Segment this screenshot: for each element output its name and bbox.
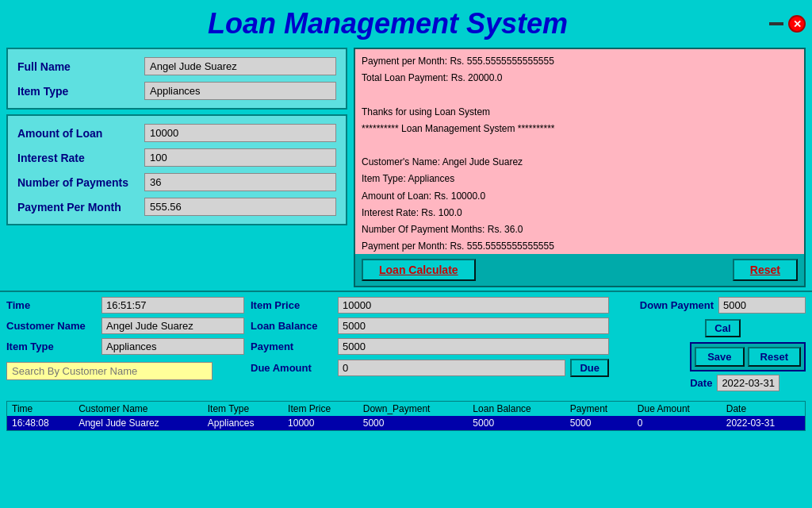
action-button-row: Loan Calculate Reset xyxy=(355,254,804,286)
table-cell: 10000 xyxy=(283,416,358,430)
table-header-cell: Loan Balance xyxy=(468,402,565,416)
data-table: TimeCustomer NameItem TypeItem PriceDown… xyxy=(7,402,805,430)
due-amount-row: Due Amount Due xyxy=(251,359,609,377)
due-button[interactable]: Due xyxy=(570,359,609,377)
amount-input[interactable] xyxy=(144,124,336,142)
reset-bottom-button[interactable]: Reset xyxy=(748,347,801,367)
search-input[interactable] xyxy=(6,362,213,380)
save-reset-group: Save Reset xyxy=(690,342,806,371)
item-type-label: Item Type xyxy=(17,85,144,98)
time-row: Time xyxy=(6,297,244,314)
table-header-row: TimeCustomer NameItem TypeItem PriceDown… xyxy=(7,402,805,416)
save-button[interactable]: Save xyxy=(695,347,744,367)
close-button[interactable]: ✕ xyxy=(788,15,806,33)
main-content: Full Name Item Type Amount of Loan Inter… xyxy=(0,44,812,291)
table-cell: 0 xyxy=(633,416,722,430)
table-header-cell: Down_Payment xyxy=(358,402,469,416)
table-cell: 5000 xyxy=(358,416,469,430)
search-row xyxy=(6,359,244,380)
bottom-section: Time Customer Name Item Type Item Price xyxy=(0,291,812,401)
loan-balance-label: Loan Balance xyxy=(251,320,338,332)
item-type-input[interactable] xyxy=(144,82,336,100)
payment-per-month-row: Payment Per Month xyxy=(17,198,336,216)
bottom-item-type-row: Item Type xyxy=(6,338,244,355)
down-payment-row: Down Payment xyxy=(640,297,806,314)
customer-name-label: Customer Name xyxy=(6,320,102,332)
date-label: Date xyxy=(690,377,712,389)
reset-top-button[interactable]: Reset xyxy=(733,259,798,281)
table-header: TimeCustomer NameItem TypeItem PriceDown… xyxy=(7,402,805,416)
bottom-form: Time Customer Name Item Type Item Price xyxy=(6,297,806,391)
payment-per-month-label: Payment Per Month xyxy=(17,201,144,214)
receipt-display[interactable]: Payment per Month: Rs. 555.5555555555555… xyxy=(355,49,804,254)
interest-input[interactable] xyxy=(144,148,336,167)
amount-row: Amount of Loan xyxy=(17,124,336,142)
loan-balance-row: Loan Balance xyxy=(251,318,609,334)
num-payments-row: Number of Payments xyxy=(17,173,336,191)
close-icon: ✕ xyxy=(793,18,802,30)
item-price-input[interactable] xyxy=(338,297,609,314)
app-title: Loan Management System xyxy=(6,7,769,40)
table-cell: 5000 xyxy=(565,416,633,430)
table-cell: 2022-03-31 xyxy=(722,416,805,430)
title-bar: Loan Management System ✕ xyxy=(0,0,812,44)
time-input[interactable] xyxy=(102,297,244,314)
personal-info-group: Full Name Item Type xyxy=(6,48,347,110)
table-row[interactable]: 16:48:08Angel Jude SuarezAppliances10000… xyxy=(7,416,805,430)
table-header-cell: Due Amount xyxy=(633,402,722,416)
table-cell: 16:48:08 xyxy=(7,416,74,430)
loan-balance-input[interactable] xyxy=(338,318,609,334)
customer-name-input[interactable] xyxy=(102,318,244,334)
customer-name-row: Customer Name xyxy=(6,318,244,334)
date-row: Date 2022-03-31 xyxy=(690,375,806,391)
window-controls: ✕ xyxy=(769,15,806,33)
table-cell: Appliances xyxy=(203,416,283,430)
table-body: 16:48:08Angel Jude SuarezAppliances10000… xyxy=(7,416,805,430)
table-header-cell: Customer Name xyxy=(74,402,203,416)
table-header-cell: Item Type xyxy=(203,402,283,416)
due-amount-label: Due Amount xyxy=(251,362,338,374)
bottom-item-type-input[interactable] xyxy=(102,338,244,355)
table-cell: Angel Jude Suarez xyxy=(74,416,203,430)
table-section: TimeCustomer NameItem TypeItem PriceDown… xyxy=(0,401,812,434)
date-value: 2022-03-31 xyxy=(717,375,779,391)
bottom-middle: Item Price Loan Balance Payment Due Amou… xyxy=(251,297,609,391)
table-container[interactable]: TimeCustomer NameItem TypeItem PriceDown… xyxy=(6,401,806,431)
full-name-row: Full Name xyxy=(17,57,336,75)
amount-label: Amount of Loan xyxy=(17,127,144,140)
table-header-cell: Payment xyxy=(565,402,633,416)
bottom-right: Down Payment Cal Save Reset Date 2022-03… xyxy=(615,297,806,391)
due-amount-input[interactable] xyxy=(338,360,565,376)
right-panel: Payment per Month: Rs. 555.5555555555555… xyxy=(354,48,806,287)
minimize-button[interactable] xyxy=(769,22,783,25)
loan-info-group: Amount of Loan Interest Rate Number of P… xyxy=(6,114,347,225)
item-price-row: Item Price xyxy=(251,297,609,314)
interest-label: Interest Rate xyxy=(17,152,144,164)
item-type-row: Item Type xyxy=(17,82,336,100)
time-label: Time xyxy=(6,299,102,311)
payment-label: Payment xyxy=(251,341,338,352)
table-header-cell: Date xyxy=(722,402,805,416)
table-header-cell: Time xyxy=(7,402,74,416)
full-name-label: Full Name xyxy=(17,60,144,73)
bottom-item-type-label: Item Type xyxy=(6,341,102,352)
item-price-label: Item Price xyxy=(251,299,338,311)
num-payments-input[interactable] xyxy=(144,173,336,191)
loan-calculate-button[interactable]: Loan Calculate xyxy=(362,259,476,281)
cal-button[interactable]: Cal xyxy=(705,319,740,337)
payment-per-month-input[interactable] xyxy=(144,198,336,216)
table-header-cell: Item Price xyxy=(283,402,358,416)
bottom-left: Time Customer Name Item Type xyxy=(6,297,244,391)
left-panel: Full Name Item Type Amount of Loan Inter… xyxy=(6,48,347,287)
payment-input[interactable] xyxy=(338,338,609,355)
payment-row: Payment xyxy=(251,338,609,355)
num-payments-label: Number of Payments xyxy=(17,176,144,189)
down-payment-label: Down Payment xyxy=(640,299,714,311)
table-cell: 5000 xyxy=(468,416,565,430)
down-payment-input[interactable] xyxy=(718,297,806,314)
full-name-input[interactable] xyxy=(144,57,336,75)
interest-row: Interest Rate xyxy=(17,148,336,167)
